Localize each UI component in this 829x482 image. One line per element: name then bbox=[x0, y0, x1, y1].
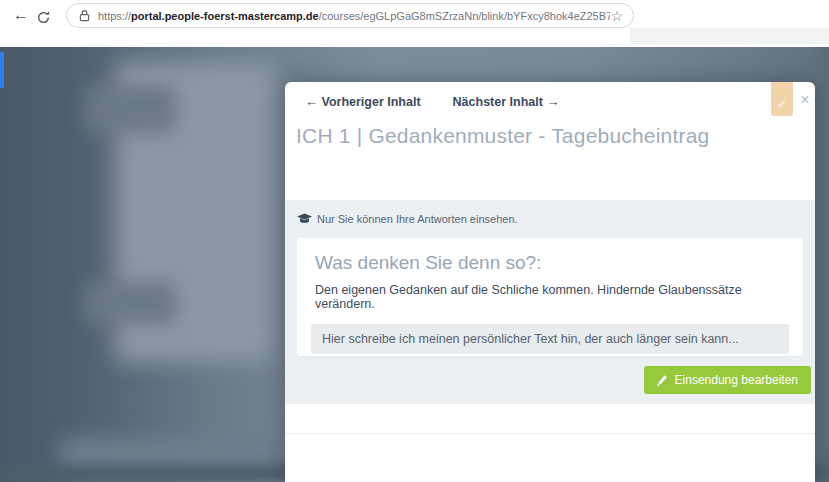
question-title: Was denken Sie denn so?: bbox=[315, 252, 785, 274]
next-content-link[interactable]: Nächster Inhalt → bbox=[453, 94, 560, 109]
sidebar-active-indicator bbox=[0, 52, 4, 88]
blurred-page-block bbox=[86, 282, 176, 324]
browser-refresh-button[interactable] bbox=[36, 6, 58, 28]
previous-content-label: Vorheriger Inhalt bbox=[321, 95, 420, 109]
blurred-page-block bbox=[86, 85, 176, 133]
privacy-note-text: Nur Sie können Ihre Antworten einsehen. bbox=[317, 213, 518, 225]
question-description: Den eigenen Gedanken auf die Schliche ko… bbox=[315, 283, 785, 311]
close-button[interactable]: × bbox=[796, 91, 814, 109]
screen: ← https://portal.people-foerst-mastercam… bbox=[0, 0, 829, 482]
url-scheme: https:// bbox=[98, 10, 131, 22]
actions-row: Einsendung bearbeiten bbox=[644, 366, 811, 394]
previous-content-link[interactable]: ← Vorheriger Inhalt bbox=[305, 94, 421, 109]
close-icon: × bbox=[800, 91, 809, 108]
browser-back-button[interactable]: ← bbox=[10, 4, 32, 26]
next-content-label: Nächster Inhalt bbox=[453, 95, 543, 109]
content-dialog: ← Vorheriger Inhalt Nächster Inhalt → ✓ … bbox=[285, 82, 815, 482]
lock-icon bbox=[79, 9, 90, 22]
graduation-cap-icon bbox=[297, 213, 312, 225]
bookmark-star-button[interactable]: ☆ bbox=[610, 9, 623, 23]
content-navigation: ← Vorheriger Inhalt Nächster Inhalt → bbox=[305, 94, 559, 109]
browser-chrome: ← https://portal.people-foerst-mastercam… bbox=[0, 0, 829, 43]
refresh-icon bbox=[36, 10, 51, 25]
edit-submission-button[interactable]: Einsendung bearbeiten bbox=[644, 366, 811, 394]
url-text[interactable]: https://portal.people-foerst-mastercamp.… bbox=[98, 10, 610, 22]
arrow-left-icon: ← bbox=[305, 94, 318, 109]
url-domain: portal.people-foerst-mastercamp.de bbox=[131, 10, 319, 22]
question-card: Was denken Sie denn so?: Den eigenen Ged… bbox=[297, 238, 803, 356]
pencil-icon bbox=[657, 375, 668, 386]
mark-complete-button[interactable]: ✓ bbox=[771, 82, 793, 116]
privacy-note: Nur Sie können Ihre Antworten einsehen. bbox=[297, 213, 518, 225]
arrow-right-icon: → bbox=[546, 94, 559, 109]
section-divider bbox=[285, 433, 815, 434]
answer-text-input[interactable]: Hier schreibe ich meinen persönlicher Te… bbox=[311, 324, 789, 354]
chrome-right-strip bbox=[630, 28, 829, 44]
address-bar[interactable]: https://portal.people-foerst-mastercamp.… bbox=[66, 3, 634, 28]
url-path: /courses/egGLpGaG8mSZrzaNn/blink/bYFxcy8… bbox=[319, 10, 611, 22]
content-title: ICH 1 | Gedankenmuster - Tagebucheintrag bbox=[296, 124, 796, 148]
exercise-section: Nur Sie können Ihre Antworten einsehen. … bbox=[285, 200, 815, 404]
check-icon: ✓ bbox=[777, 97, 787, 111]
edit-submission-label: Einsendung bearbeiten bbox=[675, 373, 798, 387]
